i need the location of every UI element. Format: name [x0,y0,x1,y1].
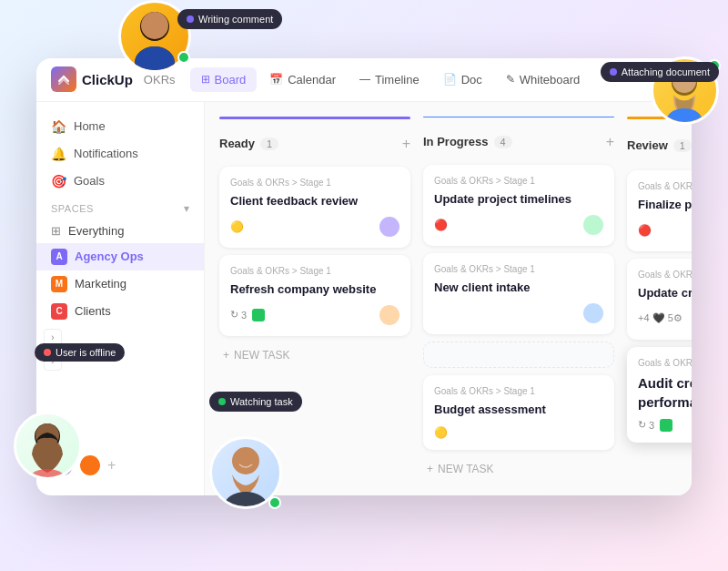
svg-point-9 [27,469,67,477]
chevron-down-icon: ▾ [184,202,190,215]
tab-calendar[interactable]: 📅 Calendar [258,67,347,92]
bell-icon: 🔔 [51,147,66,161]
svg-point-11 [224,492,268,506]
sidebar-item-everything[interactable]: ⊞ Everything [36,219,204,243]
card-update-objectives[interactable]: Goals & OKRs > Stage 1 Update crucial ke… [627,259,692,340]
add-task-ready[interactable]: + [402,136,410,152]
card-finalize-scope[interactable]: Goals & OKRs > Stage 1 Finalize project … [627,170,692,251]
card-title-audit-performance: Audit creative performance [638,373,692,412]
sidebar-item-marketing[interactable]: M Marketing [36,270,204,298]
new-task-ready[interactable]: + NEW TASK [219,343,410,367]
card-meta-6: Goals & OKRs > Stage 1 [638,181,692,191]
card-footer-8: ↻ 3 [638,419,692,432]
card-budget-assessment[interactable]: Goals & OKRs > Stage 1 Budget assessment… [423,375,614,449]
card-title-client-feedback: Client feedback review [230,193,399,209]
card-meta-7: Goals & OKRs > Stage 1 [638,270,692,280]
card-client-feedback[interactable]: Goals & OKRs > Stage 1 Client feedback r… [219,167,410,248]
card-footer-7: +4 🖤 5⚙ [638,309,692,329]
card-avatar [379,217,399,237]
breadcrumb: OKRs [144,73,176,87]
refresh-icon: ↻ [230,309,238,321]
status-tag-green-2 [660,419,672,432]
tab-doc[interactable]: 📄 Doc [432,67,493,92]
card-meta-3: Goals & OKRs > Stage 1 [434,176,603,186]
card-footer: 🟡 [230,217,399,237]
card-title-budget-assessment: Budget assessment [434,402,603,418]
tab-board[interactable]: ⊞ Board [190,67,258,92]
plus-icon: + [223,349,229,362]
app-window: ClickUp OKRs ⊞ Board 📅 Calendar ― Timeli… [36,58,692,495]
card-avatar-3 [583,215,603,235]
card-update-timelines[interactable]: Goals & OKRs > Stage 1 Update project ti… [423,165,614,246]
card-placeholder [423,342,614,368]
svg-point-10 [232,447,259,474]
card-title-refresh-website: Refresh company website [230,281,399,298]
online-indicator-bottom [268,496,281,509]
flag-red-icon: 🔴 [434,219,448,231]
avatar-bottom-left [14,412,82,480]
writing-comment-label: Writing comment [177,9,282,29]
column-count-ready: 1 [260,138,278,150]
doc-icon: 📄 [443,73,457,86]
flag-yellow-icon: 🟡 [434,426,448,439]
extra-stats: +4 🖤 5⚙ [638,312,682,324]
grid-icon: ⊞ [51,224,61,238]
card-refresh-website[interactable]: Goals & OKRs > Stage 1 Refresh company w… [219,255,410,336]
new-task-in-progress[interactable]: + NEW TASK [423,457,614,481]
offline-dot [44,349,51,356]
logo-text: ClickUp [82,72,133,87]
whiteboard-icon: ✎ [506,73,515,86]
attaching-document-label: Attaching document [601,62,719,82]
card-footer-4 [434,303,603,323]
space-dot-clients: C [51,303,67,320]
space-dot-marketing: M [51,276,67,292]
dot-icon-3 [218,398,226,405]
calendar-icon: 📅 [269,73,283,86]
main-layout: 🏠 Home 🔔 Notifications 🎯 Goals Spaces ▾ … [36,102,692,495]
card-avatar-2 [379,305,399,325]
card-avatar-4 [583,303,603,323]
space-dot-agency: A [51,249,67,265]
tab-timeline[interactable]: ― Timeline [349,67,430,92]
logo-icon [51,66,76,92]
card-new-client-intake[interactable]: Goals & OKRs > Stage 1 New client intake [423,253,614,334]
card-meta-5: Goals & OKRs > Stage 1 [434,386,603,396]
card-title-finalize-scope: Finalize project scope [638,197,692,213]
dot-icon-2 [610,68,617,76]
column-header-ready: Ready 1 + [219,132,410,159]
tab-whiteboard[interactable]: ✎ Whiteboard [495,67,591,92]
card-stat: ↻ 3 [230,309,247,321]
sidebar-item-clients[interactable]: C Clients [36,298,204,325]
column-header-in-progress: In Progress 4 + [423,130,614,158]
card-title-new-client-intake: New client intake [434,280,603,296]
plus-icon-2: + [427,463,433,475]
goals-icon: 🎯 [51,174,66,189]
card-stat-2: ↻ 3 [638,419,654,431]
col-indicator-ready [219,117,410,119]
sidebar-item-goals[interactable]: 🎯 Goals [36,168,204,195]
sidebar-item-home[interactable]: 🏠 Home [36,113,204,140]
timeline-icon: ― [359,73,370,86]
sidebar-section-spaces: Spaces ▾ [36,195,204,219]
card-footer-3: 🔴 [434,215,603,235]
user-avatar-2 [78,454,102,477]
card-audit-performance[interactable]: Goals & OKRs > Stage 1 Audit creative pe… [627,347,692,443]
watching-task-label: Watching task [209,392,302,412]
sidebar-item-agency-ops[interactable]: A Agency Ops [36,243,204,270]
card-meta: Goals & OKRs > Stage 1 [230,178,399,188]
logo: ClickUp [51,66,133,92]
add-user-icon[interactable]: + [107,457,116,474]
svg-point-3 [135,46,175,70]
column-review: Review 1 ⊕ Goals & OKRs > Stage 1 Finali… [627,117,692,481]
home-icon: 🏠 [51,119,66,134]
card-meta-4: Goals & OKRs > Stage 1 [434,264,603,274]
card-footer-2: ↻ 3 [230,305,399,325]
card-title-update-objectives: Update crucial key objectives [638,285,692,301]
flag-red2-icon: 🔴 [638,224,652,237]
add-task-in-progress[interactable]: + [606,134,614,150]
svg-point-2 [141,12,168,39]
sidebar-item-notifications[interactable]: 🔔 Notifications [36,140,204,168]
board-icon: ⊞ [201,73,210,86]
dot-icon [187,15,194,23]
card-meta-2: Goals & OKRs > Stage 1 [230,266,399,276]
